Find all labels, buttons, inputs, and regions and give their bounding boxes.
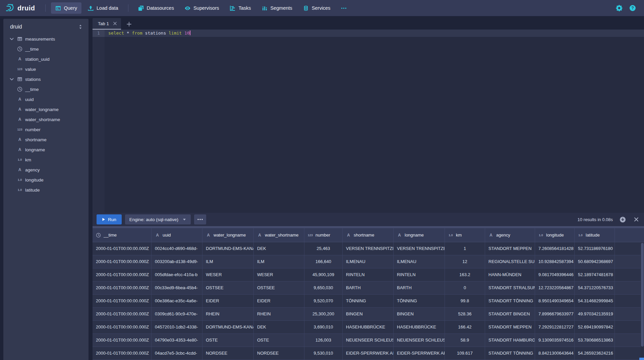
table-row[interactable]: 2000-01-01T00:00:00.000Z04acd7e5-3cbc-4c…	[93, 347, 644, 360]
table-cell[interactable]: 12.723220564867	[535, 281, 575, 294]
table-cell[interactable]: 99.8	[445, 295, 485, 307]
table-row[interactable]: 2000-01-01T00:00:00.000Z00e386ac-e35c-4a…	[93, 295, 644, 308]
nav-item-services[interactable]: Services	[299, 2, 335, 14]
settings-gear-icon[interactable]	[616, 5, 623, 11]
table-cell[interactable]: 2000-01-01T00:00:00.000Z	[93, 308, 152, 320]
table-cell[interactable]: 04790e03-4353-4e80-	[152, 334, 202, 347]
table-row[interactable]: 2000-01-01T00:00:00.000Z04572010-1db2-43…	[93, 321, 644, 334]
column-header-agency[interactable]: Aagency	[485, 228, 535, 242]
table-cell[interactable]: WESER	[202, 268, 254, 281]
table-cell[interactable]: OSTSEE	[254, 281, 304, 294]
table-cell[interactable]: VERSEN TRENNSPITZE	[343, 242, 394, 255]
table-cell[interactable]: 0309cd61-90c9-470e-	[152, 308, 202, 320]
table-cell[interactable]: BINGEN	[343, 308, 394, 320]
table-cell[interactable]: STANDORT TÖNNING	[485, 295, 535, 307]
sidebar-column-longname[interactable]: Alongname	[3, 145, 89, 155]
sql-query-line[interactable]: select * from stations limit 10	[105, 30, 644, 37]
table-cell[interactable]: 166.42	[445, 321, 485, 333]
sidebar-column-latitude[interactable]: 1.0latitude	[3, 185, 89, 195]
column-header-water_shortname[interactable]: Awater_shortname	[254, 228, 304, 242]
sidebar-column-station_uuid[interactable]: Astation_uuid	[3, 54, 89, 64]
table-cell[interactable]: ILM	[254, 255, 304, 268]
table-cell[interactable]: 12	[445, 255, 485, 268]
table-cell[interactable]: BARTH	[394, 281, 445, 294]
scrollbar-thumb[interactable]	[641, 243, 644, 347]
table-cell[interactable]: 49.970342135919	[575, 308, 615, 320]
table-cell[interactable]: 9,650,030	[304, 281, 343, 294]
sidebar-column-__time[interactable]: __time	[3, 44, 89, 54]
table-cell[interactable]: 52.189747481678	[575, 268, 615, 281]
table-cell[interactable]: HASEHUBBRÜCKE	[343, 321, 394, 333]
table-cell[interactable]: DEK	[254, 242, 304, 255]
table-cell[interactable]: 2000-01-01T00:00:00.000Z	[93, 347, 152, 360]
table-cell[interactable]: 9.0817049396446	[535, 268, 575, 281]
nav-item-tasks[interactable]: Tasks	[225, 2, 255, 14]
table-cell[interactable]: WESER	[254, 268, 304, 281]
chevron-down-icon[interactable]	[9, 76, 14, 82]
table-cell[interactable]: 2000-01-01T00:00:00.000Z	[93, 321, 152, 333]
table-cell[interactable]: STANDORT BINGEN	[485, 308, 535, 320]
table-cell[interactable]: 2000-01-01T00:00:00.000Z	[93, 295, 152, 307]
tab-tab1[interactable]: Tab 1	[93, 18, 121, 30]
table-cell[interactable]: EIDER	[254, 295, 304, 307]
table-cell[interactable]: 53.780686513863	[575, 334, 615, 347]
table-cell[interactable]: OSTE	[254, 334, 304, 347]
table-cell[interactable]: ILM	[202, 255, 254, 268]
table-cell[interactable]: 0	[445, 281, 485, 294]
table-cell[interactable]: VERSEN TRENNSPITZE	[394, 242, 445, 255]
table-cell[interactable]: EIDER-SPERRWERK AP	[343, 347, 394, 360]
nav-item-load-data[interactable]: Load data	[83, 2, 123, 14]
close-results-icon[interactable]	[634, 217, 639, 222]
table-row[interactable]: 2000-01-01T00:00:00.000Z00c33ed9-6bea-45…	[93, 281, 644, 295]
table-cell[interactable]: 10.928842587394	[535, 255, 575, 268]
table-cell[interactable]: DORTMUND-EMS-KANAL	[202, 242, 254, 255]
tab-close-icon[interactable]	[113, 21, 117, 25]
table-row[interactable]: 2000-01-01T00:00:00.000Z0309cd61-90c9-47…	[93, 308, 644, 321]
table-row[interactable]: 2000-01-01T00:00:00.000Z003200ab-d138-49…	[93, 255, 644, 268]
table-cell[interactable]: 0024cc40-d690-468d-	[152, 242, 202, 255]
table-cell[interactable]: ILMENAU	[343, 255, 394, 268]
column-header-water_longname[interactable]: Awater_longname	[202, 228, 254, 242]
table-cell[interactable]: 52.731186976180	[575, 242, 615, 255]
sidebar-column-agency[interactable]: Aagency	[3, 165, 89, 175]
chevron-down-icon[interactable]	[9, 36, 14, 42]
table-cell[interactable]: 25,463	[304, 242, 343, 255]
table-cell[interactable]: STANDORT MEPPEN	[485, 242, 535, 255]
column-header-latitude[interactable]: 1.0latitude	[575, 228, 615, 242]
sidebar-column-uuid[interactable]: Auuid	[3, 94, 89, 104]
table-cell[interactable]: 163.2	[445, 268, 485, 281]
table-cell[interactable]: 54.314682999845	[575, 295, 615, 307]
table-cell[interactable]: 9,520,070	[304, 295, 343, 307]
table-row[interactable]: 2000-01-01T00:00:00.000Z0024cc40-d690-46…	[93, 242, 644, 255]
table-cell[interactable]: 25,300,200	[304, 308, 343, 320]
table-cell[interactable]: TÖNNING	[394, 295, 445, 307]
table-cell[interactable]: HASEHUBBRÜCKE	[394, 321, 445, 333]
table-cell[interactable]: 005dfdae-efcc-410a-b	[152, 268, 202, 281]
table-cell[interactable]: 9,530,010	[304, 347, 343, 360]
table-cell[interactable]: 50.680942368697	[575, 255, 615, 268]
column-header-shortname[interactable]: Ashortname	[343, 228, 394, 242]
table-cell[interactable]: HANN-MÜNDEN	[485, 268, 535, 281]
help-icon[interactable]: ?	[629, 5, 636, 11]
table-cell[interactable]: 126,003	[304, 334, 343, 347]
table-cell[interactable]: NORDSEE	[254, 347, 304, 360]
table-cell[interactable]: 04572010-1db2-4338-	[152, 321, 202, 333]
table-cell[interactable]: 54.265923624216	[575, 347, 615, 360]
table-cell[interactable]: 54.371220576733	[575, 281, 615, 294]
table-cell[interactable]: NORDSEE	[202, 347, 254, 360]
download-results-icon[interactable]	[620, 216, 626, 223]
table-row[interactable]: 2000-01-01T00:00:00.000Z005dfdae-efcc-41…	[93, 268, 644, 281]
column-header-km[interactable]: 1.0km	[445, 228, 485, 242]
table-cell[interactable]: 52.694190997842	[575, 321, 615, 333]
table-cell[interactable]: STANDORT MEPPEN	[485, 321, 535, 333]
table-cell[interactable]: STANDORT TÖNNING	[485, 347, 535, 360]
table-cell[interactable]: STANDORT HAMBURG	[485, 334, 535, 347]
table-cell[interactable]: DORTMUND-EMS-KANAL	[202, 321, 254, 333]
nav-item-segments[interactable]: Segments	[257, 2, 297, 14]
table-cell[interactable]: 45,900,109	[304, 268, 343, 281]
column-header-number[interactable]: 123number	[304, 228, 343, 242]
table-cell[interactable]: BARTH	[343, 281, 394, 294]
sidebar-column-shortname[interactable]: Ashortname	[3, 135, 89, 145]
table-cell[interactable]: 003200ab-d138-49d9-	[152, 255, 202, 268]
table-cell[interactable]: OSTE	[202, 334, 254, 347]
